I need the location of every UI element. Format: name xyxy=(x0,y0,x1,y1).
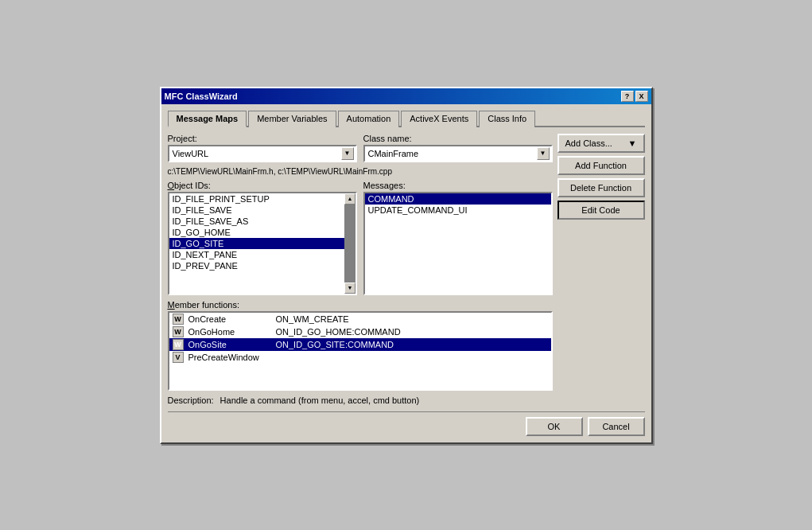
delete-function-label: Delete Function xyxy=(570,183,631,193)
member-functions-list[interactable]: W OnCreate ON_WM_CREATE W OnGoHome ON_ID… xyxy=(168,311,553,391)
object-ids-listbox[interactable]: ID_FILE_PRINT_SETUP ID_FILE_SAVE ID_FILE… xyxy=(168,192,357,295)
close-button[interactable]: X xyxy=(635,91,648,102)
classname-label: Class name: xyxy=(363,134,553,143)
member-row-selected[interactable]: W OnGoSite ON_ID_GO_SITE:COMMAND xyxy=(169,338,551,351)
classname-value: CMainFrame xyxy=(368,149,419,158)
member-message: ON_ID_GO_HOME:COMMAND xyxy=(276,327,548,337)
member-badge: W xyxy=(173,314,184,325)
edit-code-button[interactable]: Edit Code xyxy=(558,201,645,220)
list-item[interactable]: ID_PREV_PANE xyxy=(169,260,344,271)
file-path: c:\TEMP\ViewURL\MainFrm.h, c:\TEMP\ViewU… xyxy=(168,167,553,176)
scroll-up-arrow[interactable]: ▲ xyxy=(344,193,355,205)
title-bar-buttons: ? X xyxy=(621,91,648,102)
project-class-row: Project: ViewURL ▼ Class name: CMainFram… xyxy=(168,134,553,162)
tab-member-variables[interactable]: Member Variables xyxy=(248,111,336,127)
scrollbar[interactable]: ▲ ▼ xyxy=(344,193,355,294)
object-ids-label: Object IDs: xyxy=(168,181,357,190)
add-class-dropdown-icon: ▼ xyxy=(628,138,637,148)
classname-dropdown-arrow[interactable]: ▼ xyxy=(537,147,550,160)
edit-code-label: Edit Code xyxy=(581,205,620,215)
project-select[interactable]: ViewURL ▼ xyxy=(168,145,357,162)
add-function-label: Add Function xyxy=(575,161,627,170)
project-dropdown-arrow[interactable]: ▼ xyxy=(341,147,354,160)
member-row[interactable]: V PreCreateWindow xyxy=(169,351,551,364)
tab-activex-events[interactable]: ActiveX Events xyxy=(401,111,477,127)
list-item[interactable]: ID_FILE_SAVE_AS xyxy=(169,216,344,227)
left-panel: Project: ViewURL ▼ Class name: CMainFram… xyxy=(168,134,553,407)
description-area: Description: Handle a command (from menu… xyxy=(168,394,553,407)
member-row[interactable]: W OnCreate ON_WM_CREATE xyxy=(169,313,551,325)
dialog-footer: OK Cancel xyxy=(168,411,645,436)
add-class-button[interactable]: Add Class... ▼ xyxy=(558,134,645,153)
cancel-button[interactable]: Cancel xyxy=(588,417,645,436)
list-item[interactable]: ID_FILE_SAVE xyxy=(169,205,344,216)
member-name: PreCreateWindow xyxy=(188,353,276,362)
list-item[interactable]: UPDATE_COMMAND_UI xyxy=(365,205,551,216)
project-group: Project: ViewURL ▼ xyxy=(168,134,357,162)
list-item[interactable]: ID_GO_HOME xyxy=(169,227,344,238)
project-value: ViewURL xyxy=(173,149,209,158)
messages-label: Messages: xyxy=(363,181,553,190)
member-badge: W xyxy=(173,339,184,350)
member-message: ON_WM_CREATE xyxy=(276,314,548,324)
add-function-button[interactable]: Add Function xyxy=(558,156,645,175)
cancel-label: Cancel xyxy=(602,422,629,431)
member-name: OnGoSite xyxy=(188,340,276,349)
member-name: OnCreate xyxy=(188,314,276,324)
delete-function-button[interactable]: Delete Function xyxy=(558,178,645,197)
ok-label: OK xyxy=(548,422,561,431)
main-area: Project: ViewURL ▼ Class name: CMainFram… xyxy=(168,134,645,407)
classname-select[interactable]: CMainFrame ▼ xyxy=(363,145,553,162)
help-button[interactable]: ? xyxy=(621,91,634,102)
object-ids-group: Object IDs: ID_FILE_PRINT_SETUP ID_FILE_… xyxy=(168,181,357,295)
dialog-content: Message Maps Member Variables Automation… xyxy=(161,104,651,442)
member-functions-label: Member functions: xyxy=(168,300,553,310)
member-name: OnGoHome xyxy=(188,327,276,337)
description-label: Description: xyxy=(168,396,214,405)
messages-listbox[interactable]: COMMAND UPDATE_COMMAND_UI xyxy=(363,192,553,295)
member-badge: V xyxy=(173,352,184,363)
project-label: Project: xyxy=(168,134,357,143)
scroll-thumb[interactable] xyxy=(345,205,355,283)
member-row[interactable]: W OnGoHome ON_ID_GO_HOME:COMMAND xyxy=(169,325,551,338)
ok-button[interactable]: OK xyxy=(526,417,583,436)
right-buttons: Add Class... ▼ Add Function Delete Funct… xyxy=(558,134,645,407)
classname-group: Class name: CMainFrame ▼ xyxy=(363,134,553,162)
tab-class-info[interactable]: Class Info xyxy=(479,111,535,127)
tab-bar: Message Maps Member Variables Automation… xyxy=(168,109,645,127)
tab-message-maps[interactable]: Message Maps xyxy=(168,111,247,127)
member-message: ON_ID_GO_SITE:COMMAND xyxy=(276,340,548,349)
two-lists: Object IDs: ID_FILE_PRINT_SETUP ID_FILE_… xyxy=(168,181,553,295)
tab-automation[interactable]: Automation xyxy=(338,111,400,127)
mfc-classwizard-dialog: MFC ClassWizard ? X Message Maps Member … xyxy=(160,87,653,444)
scroll-down-arrow[interactable]: ▼ xyxy=(344,283,355,294)
list-item[interactable]: ID_FILE_PRINT_SETUP xyxy=(169,193,344,205)
list-item-selected[interactable]: ID_GO_SITE xyxy=(169,238,344,249)
list-item[interactable]: ID_NEXT_PANE xyxy=(169,249,344,260)
description-text: Handle a command (from menu, accel, cmd … xyxy=(220,396,420,405)
title-bar: MFC ClassWizard ? X xyxy=(161,88,651,104)
dialog-title: MFC ClassWizard xyxy=(165,92,238,101)
member-badge: W xyxy=(173,326,184,337)
add-class-label: Add Class... xyxy=(565,138,612,148)
list-item-selected[interactable]: COMMAND xyxy=(365,193,551,205)
messages-group: Messages: COMMAND UPDATE_COMMAND_UI xyxy=(363,181,553,295)
